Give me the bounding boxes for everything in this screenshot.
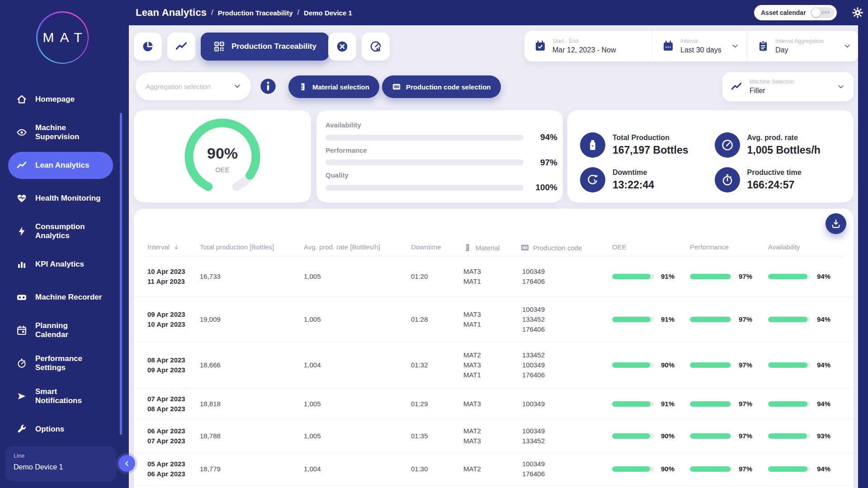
sidebar-item-lean-analytics[interactable]: Lean Analytics: [8, 152, 113, 179]
pie-chart-icon: [142, 40, 154, 53]
cell-material: MAT2MAT3: [463, 426, 481, 446]
column-header-production-code: Production code: [520, 243, 582, 252]
bolt-icon: [16, 226, 27, 237]
sidebar-item-smart-notifications[interactable]: SmartNotifications: [8, 383, 113, 410]
aggregation-selection-placeholder: Aggregation selection: [146, 83, 211, 90]
sidebar-scrollbar[interactable]: [120, 113, 122, 435]
date-range-label: Start - End: [552, 38, 616, 44]
x-circle-icon: [336, 40, 349, 53]
kpi-bar-availability: Availability94%: [326, 121, 557, 142]
cell-interval: 09 Apr 202310 Apr 2023: [147, 310, 185, 329]
sidebar-item-homepage[interactable]: Homepage: [8, 86, 113, 113]
sidebar-item-kpi-analytics[interactable]: KPI Analytics: [8, 251, 113, 278]
pie-chart-view-button[interactable]: [134, 33, 162, 61]
bottle-icon: [586, 139, 599, 151]
cell-avg-prod-rate: 1,004: [304, 360, 321, 370]
row-progress-bar: 97%: [690, 464, 752, 474]
stat-icon-circle: [715, 132, 740, 158]
row-progress-bar: 97%: [690, 399, 752, 409]
gauge-bars-icon: [369, 40, 382, 53]
row-progress-bar: 94%: [768, 399, 830, 409]
stat-icon-circle: [715, 167, 740, 192]
top-bar: [0, 0, 868, 25]
sidebar-collapse-button[interactable]: [118, 455, 135, 472]
production-code-selection-button[interactable]: Production code selection: [382, 75, 501, 98]
sidebar-item-machine-recorder[interactable]: Machine Recorder: [8, 284, 113, 311]
sidebar-nav: HomepageMachineSupervisionLean Analytics…: [0, 86, 129, 449]
row-progress-bar: 97%: [690, 360, 752, 370]
breadcrumb-separator: /: [297, 9, 299, 17]
chevron-down-icon: [731, 42, 739, 50]
chevron-down-icon: [234, 83, 241, 90]
sidebar-item-label: Health Monitoring: [35, 194, 100, 203]
date-range-picker[interactable]: Start - End Mar 12, 2023 - Now: [524, 31, 652, 61]
machine-selection-dropdown[interactable]: Machine Selection Filler: [722, 72, 854, 101]
speed-loss-view-button[interactable]: [328, 33, 356, 61]
cell-downtime: 01:20: [411, 272, 428, 282]
cell-production-code: 100349176406: [522, 459, 545, 479]
cell-material: MAT2: [463, 464, 481, 474]
table-row: 07 Apr 202308 Apr 202318,8181,00501:29MA…: [134, 389, 854, 419]
cell-total-production: 19,009: [200, 314, 221, 324]
column-header-interval[interactable]: Interval: [147, 243, 179, 251]
breadcrumb-section: Production Traceability: [218, 9, 293, 17]
cell-total-production: 18,666: [200, 360, 221, 370]
asset-calendar-toggle-pill[interactable]: Asset calendar OFF: [754, 5, 837, 20]
sidebar-item-consumption-analytics[interactable]: ConsumptionAnalytics: [8, 218, 113, 245]
production-traceability-tab-label: Production Traceability: [231, 42, 316, 51]
cell-avg-prod-rate: 1,005: [304, 431, 321, 441]
interval-label: Interval: [680, 38, 722, 44]
sidebar-item-label: KPI Analytics: [35, 260, 84, 269]
asset-calendar-switch[interactable]: OFF: [811, 7, 834, 18]
info-icon: [259, 77, 277, 95]
row-progress-bar: 90%: [612, 431, 675, 441]
gauge-chart-view-button[interactable]: [362, 33, 390, 61]
cell-total-production: 16,733: [200, 272, 221, 282]
download-button[interactable]: [826, 213, 846, 234]
kpi-bar-track: [326, 185, 524, 191]
settings-gear-icon[interactable]: [852, 7, 863, 19]
material-selection-button[interactable]: Material selection: [288, 75, 379, 98]
stat-value: 13:22:44: [613, 179, 654, 191]
kpi-bar-track: [326, 160, 524, 165]
calendar-icon: [16, 325, 27, 336]
stat-label: Downtime: [613, 169, 654, 177]
stat-avg-prod-rate: Avg. prod. rate1,005 Bottles/h: [715, 127, 849, 162]
cell-downtime: 01:28: [411, 314, 428, 324]
interval-aggregation-select[interactable]: Interval Aggregation Day: [747, 31, 859, 61]
sidebar-item-label: SmartNotifications: [35, 387, 82, 406]
row-progress-bar: 91%: [612, 272, 675, 282]
cell-interval: 05 Apr 202306 Apr 2023: [147, 459, 185, 479]
info-button[interactable]: [259, 77, 277, 95]
device-card-value: Demo Device 1: [14, 463, 108, 471]
stat-value: 167,197 Bottles: [613, 144, 688, 156]
stat-icon-circle: [580, 132, 605, 158]
sidebar-item-health-monitoring[interactable]: Health Monitoring: [8, 185, 113, 212]
column-header-performance: Performance: [690, 243, 729, 251]
cell-downtime: 01:29: [411, 399, 428, 409]
cell-production-code: 133452100349176406: [522, 350, 545, 380]
production-traceability-tab[interactable]: Production Traceability: [201, 33, 329, 61]
sidebar-item-machine-supervision[interactable]: MachineSupervision: [8, 119, 113, 146]
row-progress-bar: 91%: [612, 399, 675, 409]
sort-desc-icon: [173, 244, 179, 250]
sidebar-item-label: PlanningCalendar: [35, 321, 68, 340]
cell-interval: 07 Apr 202308 Apr 2023: [147, 394, 185, 414]
toggle-knob: [811, 8, 821, 17]
sidebar-item-options[interactable]: Options: [8, 416, 113, 443]
row-progress-bar: 93%: [768, 431, 830, 441]
row-progress-bar: 94%: [768, 360, 830, 370]
breadcrumb-separator: /: [211, 9, 213, 17]
aggregation-selection-dropdown[interactable]: Aggregation selection: [136, 72, 251, 100]
cell-material: MAT3MAT1: [463, 310, 481, 329]
row-progress-bar: 94%: [768, 464, 830, 474]
sidebar-item-performance-settings[interactable]: PerformanceSettings: [8, 350, 113, 377]
interval-select[interactable]: Interval Last 30 days: [652, 31, 747, 61]
cell-production-code: 100349176406: [522, 267, 545, 286]
oee-gauge-label: OEE: [134, 166, 311, 174]
eye-icon: [16, 127, 27, 138]
trend-view-button[interactable]: [167, 33, 195, 61]
sidebar-item-planning-calendar[interactable]: PlanningCalendar: [8, 317, 113, 344]
app-root: Lean Analytics / Production Traceability…: [0, 0, 868, 488]
trend-icon: [16, 160, 27, 171]
